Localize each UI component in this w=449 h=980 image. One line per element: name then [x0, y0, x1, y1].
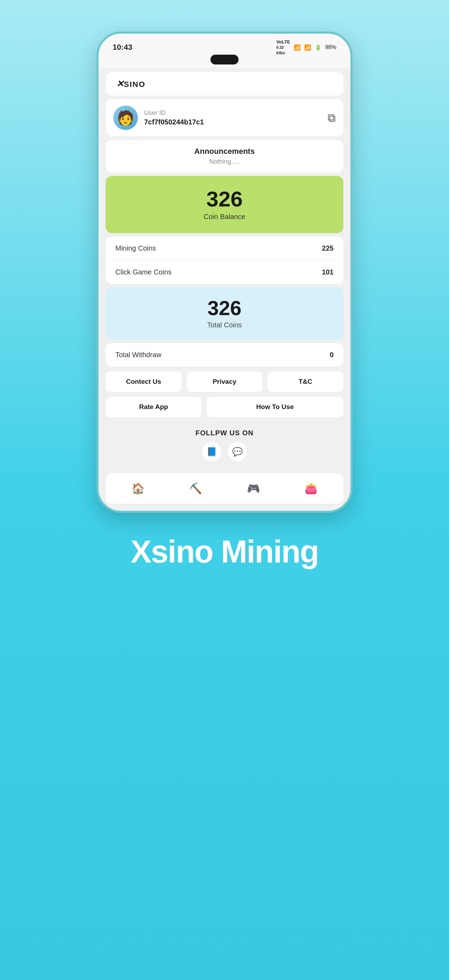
how-to-use-button[interactable]: How To Use	[207, 397, 344, 417]
notch	[99, 55, 350, 68]
brand-title: Xsino Mining	[131, 534, 318, 570]
click-game-row: Click Game Coins 101	[105, 261, 344, 284]
battery-percent: 98%	[325, 44, 336, 51]
app-header: ✕SINO	[105, 72, 344, 96]
mining-coins-row: Mining Coins 225	[105, 237, 344, 261]
privacy-button[interactable]: Privacy	[187, 372, 263, 392]
total-coins-number: 326	[113, 298, 336, 318]
follow-section: FOLLPW US ON 📘 💬	[105, 422, 344, 468]
status-bar: 10:43 VoLTE0.22KB/s 📶 📶 🔋 98%	[99, 33, 350, 55]
nav-wallet[interactable]: 👛	[298, 479, 324, 497]
coin-balance-label: Coin Balance	[113, 213, 336, 221]
user-details: User ID 7cf7f050244b17c1	[144, 109, 204, 126]
mining-value: 225	[322, 244, 334, 252]
avatar: 🧑	[113, 105, 138, 130]
withdraw-label: Total Withdraw	[115, 351, 161, 359]
lte-icon: VoLTE0.22KB/s	[276, 39, 290, 56]
follow-title: FOLLPW US ON	[113, 429, 336, 437]
total-coins-card: 326 Total Coins	[105, 287, 344, 340]
button-row-1: Contect Us Privacy T&C	[105, 372, 344, 392]
click-label: Click Game Coins	[115, 268, 171, 276]
home-icon: 🏠	[131, 482, 144, 495]
mining-icon: ⛏️	[189, 482, 202, 495]
signal-icon: 📶	[304, 44, 311, 51]
bottom-nav: 🏠 ⛏️ 🎮 👛	[105, 473, 344, 504]
nav-mining[interactable]: ⛏️	[183, 479, 208, 497]
user-card: 🧑 User ID 7cf7f050244b17c1 ⧉	[105, 99, 344, 136]
user-id: 7cf7f050244b17c1	[144, 118, 204, 126]
game-icon: 🎮	[247, 482, 260, 495]
announcements-text: Nothing.....	[113, 158, 336, 165]
wifi-icon: 📶	[294, 44, 300, 51]
social-icon-1[interactable]: 📘	[202, 442, 221, 461]
social-icon-2[interactable]: 💬	[228, 442, 247, 461]
nav-game[interactable]: 🎮	[241, 479, 266, 497]
wallet-icon: 👛	[305, 482, 318, 495]
nav-home[interactable]: 🏠	[125, 479, 151, 497]
click-value: 101	[322, 268, 334, 276]
stats-card: Mining Coins 225 Click Game Coins 101	[105, 237, 344, 284]
tnc-button[interactable]: T&C	[267, 372, 344, 392]
button-row-2: Rate App How To Use	[105, 397, 344, 417]
copy-button[interactable]: ⧉	[328, 111, 336, 124]
status-time: 10:43	[113, 43, 132, 52]
mining-label: Mining Coins	[115, 244, 156, 252]
user-label: User ID	[144, 109, 204, 117]
app-content: ✕SINO 🧑 User ID 7cf7f050244b17c1 ⧉ Annou…	[99, 72, 350, 504]
withdraw-card: Total Withdraw 0	[105, 343, 344, 367]
coin-balance-card: 326 Coin Balance	[105, 176, 344, 233]
total-coins-label: Total Coins	[113, 321, 336, 329]
logo: ✕SINO	[116, 78, 145, 89]
announcements-card: Announcements Nothing.....	[105, 140, 344, 172]
coin-balance-number: 326	[113, 188, 336, 210]
status-icons: VoLTE0.22KB/s 📶 📶 🔋 98%	[276, 39, 336, 56]
user-info: 🧑 User ID 7cf7f050244b17c1	[113, 105, 204, 130]
withdraw-value: 0	[330, 351, 334, 359]
camera-notch	[211, 55, 238, 65]
announcements-title: Announcements	[113, 147, 336, 156]
phone-frame: 10:43 VoLTE0.22KB/s 📶 📶 🔋 98% ✕SINO 🧑 Us…	[96, 32, 353, 513]
battery-icon: 🔋	[315, 44, 322, 51]
branding: Xsino Mining	[131, 534, 318, 598]
contact-button[interactable]: Contect Us	[105, 372, 182, 392]
social-icons-row: 📘 💬	[113, 442, 336, 461]
rate-button[interactable]: Rate App	[105, 397, 202, 417]
